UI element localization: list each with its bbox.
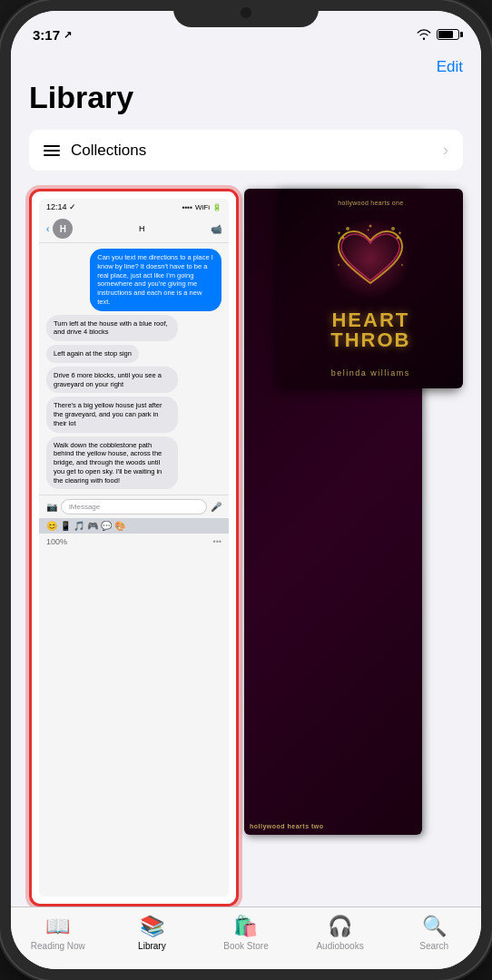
ss-avatar: H: [53, 219, 73, 239]
reading-now-label: Reading Now: [31, 941, 85, 951]
book-title-line2: THROB: [330, 330, 410, 350]
collections-row[interactable]: Collections ›: [29, 130, 463, 171]
ss-chat-header: ‹ H H 📹: [39, 215, 229, 243]
battery-icon: [437, 29, 459, 40]
three-dots-icon: •••: [213, 537, 221, 546]
book-card-heartthrob[interactable]: hollywood hearts two hollywood hearts on…: [253, 189, 463, 906]
ss-back-icon: ‹: [46, 224, 49, 234]
book-back-title: hollywood hearts two: [250, 823, 324, 829]
book-author: belinda williams: [331, 368, 410, 377]
book-stack: hollywood hearts two hollywood hearts on…: [253, 189, 463, 906]
ss-time: 12:14 ✓: [46, 202, 76, 211]
bubble-gray-1: Turn left at the house with a blue roof,…: [46, 315, 178, 342]
chevron-right-icon: ›: [443, 141, 448, 160]
books-grid: 12:14 ✓ ▪▪▪▪WiFi🔋 ‹ H H 📹: [11, 189, 481, 906]
location-arrow-icon: ↗: [64, 29, 72, 41]
book-subtitle-top: hollywood hearts one: [338, 200, 403, 206]
library-label: Library: [138, 941, 166, 951]
heart-glow: [330, 218, 411, 299]
bubble-blue-1: Can you text me directions to a place I …: [90, 249, 221, 311]
tab-search[interactable]: 🔍 Search: [407, 915, 461, 951]
ss-messages: Can you text me directions to a place I …: [39, 243, 229, 495]
audiobooks-label: Audiobooks: [316, 941, 363, 951]
status-time: 3:17 ↗: [33, 27, 72, 43]
progress-bar-area: 100% •••: [39, 534, 229, 550]
heart-container: ✦ ✦ ✦: [334, 224, 407, 292]
wifi-icon: [417, 29, 431, 40]
library-icon: 📚: [140, 915, 164, 938]
book-front: hollywood hearts one: [279, 189, 463, 388]
hamburger-icon: [44, 145, 60, 156]
ss-contact-name: H: [76, 224, 207, 233]
front-camera: [241, 7, 251, 18]
book-card-screenshot[interactable]: 12:14 ✓ ▪▪▪▪WiFi🔋 ‹ H H 📹: [29, 189, 239, 906]
bubble-gray-2: Left again at the stop sign: [46, 345, 139, 363]
book-store-label: Book Store: [223, 941, 268, 951]
phone-shell: 3:17 ↗ Edit Library: [0, 0, 492, 980]
ss-input-field: iMessage: [61, 499, 207, 514]
ss-input-area: 📷 iMessage 🎤: [39, 495, 229, 518]
status-icons: [417, 29, 459, 40]
ss-camera-icon: 📷: [46, 502, 57, 512]
ss-video-icon: 📹: [211, 224, 221, 234]
screenshot-inner: 12:14 ✓ ▪▪▪▪WiFi🔋 ‹ H H 📹: [39, 199, 229, 897]
book-title-line1: HEART: [330, 310, 410, 330]
notch: [173, 0, 319, 27]
collections-left: Collections: [44, 142, 146, 160]
bubble-gray-4: There's a big yellow house just after th…: [46, 397, 178, 432]
bubble-gray-5: Walk down the cobblestone path behind th…: [46, 436, 178, 490]
tab-reading-now[interactable]: 📖 Reading Now: [31, 915, 85, 951]
collections-label: Collections: [71, 142, 146, 160]
content-area: Edit Library Collections ›: [11, 51, 481, 906]
ss-status-bar: 12:14 ✓ ▪▪▪▪WiFi🔋: [39, 199, 229, 215]
audiobooks-icon: 🎧: [328, 915, 352, 938]
edit-button[interactable]: Edit: [437, 58, 463, 76]
tab-bar: 📖 Reading Now 📚 Library 🛍️ Book Store 🎧 …: [11, 906, 481, 969]
tab-audiobooks[interactable]: 🎧 Audiobooks: [313, 915, 368, 951]
tab-book-store[interactable]: 🛍️ Book Store: [219, 915, 273, 951]
ss-mic-icon: 🎤: [211, 502, 221, 512]
search-icon: 🔍: [422, 915, 447, 938]
tab-library[interactable]: 📚 Library: [124, 915, 179, 951]
page-header: Edit Library: [11, 51, 481, 130]
ss-emoji-bar: 😊📱🎵🎮💬🎨: [39, 518, 229, 534]
page-title: Library: [29, 80, 463, 115]
search-label: Search: [419, 941, 448, 951]
reading-now-icon: 📖: [45, 915, 70, 938]
bubble-gray-3: Drive 6 more blocks, until you see a gra…: [46, 367, 178, 394]
phone-screen: 3:17 ↗ Edit Library: [11, 11, 481, 969]
progress-text: 100%: [46, 537, 67, 546]
book-store-icon: 🛍️: [233, 915, 258, 938]
book-main-title: HEART THROB: [330, 310, 410, 350]
ss-signal-icons: ▪▪▪▪WiFi🔋: [182, 203, 221, 211]
